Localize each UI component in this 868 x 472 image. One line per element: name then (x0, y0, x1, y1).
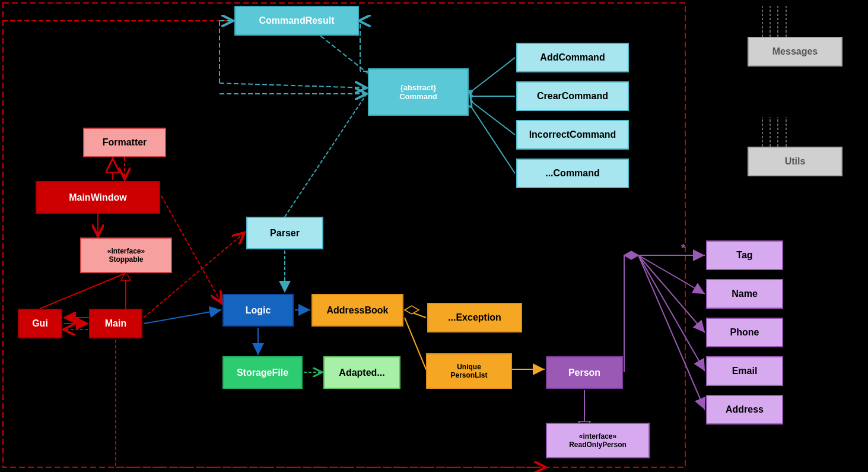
node-storagefile-label: StorageFile (237, 368, 288, 378)
svg-marker-53 (624, 251, 638, 259)
node-uniquepersonlist: UniquePersonList (426, 353, 512, 389)
node-abstractcommand: {abstract}Command (368, 68, 469, 116)
node-email: Email (706, 356, 783, 386)
node-mainwindow: MainWindow (36, 181, 160, 214)
svg-line-48 (405, 318, 426, 369)
node-adapted: Adapted... (323, 356, 400, 389)
svg-marker-36 (121, 272, 131, 280)
node-name-label: Name (732, 289, 758, 299)
node-commandresult: CommandResult (234, 6, 359, 36)
node-readonlyperson-label: «interface»ReadOnlyPerson (569, 432, 627, 449)
node-person: Person (546, 356, 623, 389)
node-address: Address (706, 395, 783, 425)
node-tag: Tag (706, 240, 783, 270)
node-email-label: Email (732, 366, 758, 376)
node-main: Main (89, 309, 142, 338)
svg-line-57 (638, 255, 705, 371)
node-utils-label: Utils (785, 156, 806, 167)
node-crearcommand-label: CrearCommand (537, 91, 608, 102)
node-readonlyperson: «interface»ReadOnlyPerson (546, 423, 650, 458)
node-commandresult-label: CommandResult (259, 15, 334, 26)
svg-line-62 (285, 92, 368, 217)
node-formatter: Formatter (83, 128, 166, 157)
node-formatter-label: Formatter (103, 137, 147, 148)
diagram-canvas: * CommandResult {abstract}Command AddCom… (0, 0, 868, 472)
node-logic-label: Logic (246, 305, 271, 316)
node-addcommand-label: AddCommand (540, 52, 605, 63)
node-addressbook: AddressBook (311, 294, 403, 327)
node-phone-label: Phone (730, 327, 759, 338)
node-uniquepersonlist-label: UniquePersonList (450, 363, 487, 379)
node-address-label: Address (726, 404, 764, 415)
svg-rect-8 (3, 3, 685, 467)
node-phone: Phone (706, 318, 783, 347)
svg-line-17 (220, 83, 367, 88)
star-label: * (681, 242, 685, 255)
svg-line-35 (40, 273, 126, 309)
node-messages-label: Messages (772, 46, 818, 57)
svg-line-55 (638, 255, 705, 294)
node-storagefile: StorageFile (222, 356, 303, 389)
svg-line-22 (470, 106, 515, 173)
node-main-label: Main (105, 318, 126, 329)
node-messages: Messages (748, 37, 842, 66)
node-stoppable-label: «interface»Stoppable (107, 247, 145, 264)
node-person-label: Person (568, 368, 600, 378)
node-abstractcommand-label: {abstract}Command (399, 83, 437, 101)
node-dotcommand-label: ...Command (545, 168, 600, 179)
node-adapted-label: Adapted... (339, 368, 384, 378)
node-name: Name (706, 279, 783, 309)
node-incorrectcommand: IncorrectCommand (516, 120, 629, 150)
node-mainwindow-label: MainWindow (69, 192, 127, 203)
node-dotcommand: ...Command (516, 159, 629, 188)
node-utils: Utils (748, 147, 842, 176)
svg-marker-47 (405, 306, 419, 314)
node-crearcommand: CrearCommand (516, 81, 629, 111)
node-parser: Parser (246, 217, 323, 249)
node-gui: Gui (18, 309, 62, 338)
node-logic: Logic (222, 294, 294, 327)
node-addressbook-label: AddressBook (326, 305, 388, 316)
node-exception: ...Exception (427, 303, 522, 332)
node-gui-label: Gui (32, 318, 48, 329)
svg-line-39 (144, 310, 221, 324)
svg-line-46 (405, 310, 426, 318)
svg-line-19 (470, 58, 515, 92)
node-tag-label: Tag (736, 250, 752, 261)
svg-line-21 (470, 101, 515, 135)
node-exception-label: ...Exception (448, 312, 501, 323)
node-stoppable: «interface»Stoppable (80, 237, 172, 273)
node-parser-label: Parser (270, 228, 300, 239)
node-incorrectcommand-label: IncorrectCommand (529, 129, 616, 140)
svg-line-58 (638, 255, 705, 410)
svg-line-56 (638, 255, 705, 332)
node-addcommand: AddCommand (516, 43, 629, 72)
